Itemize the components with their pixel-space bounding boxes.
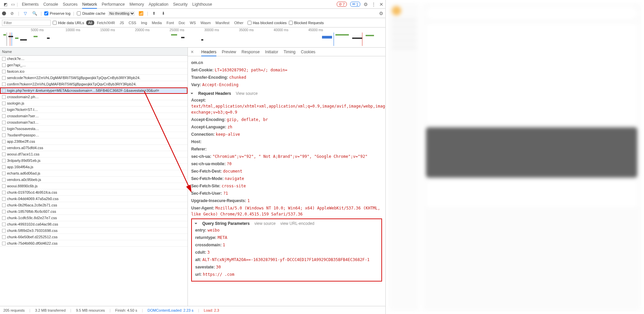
name-column-header[interactable]: Name	[0, 48, 187, 56]
close-detail-icon[interactable]: ✕	[191, 50, 194, 54]
file-icon	[2, 76, 6, 80]
request-row[interactable]: login.php?entry= &returntype=META&crossd…	[0, 87, 187, 94]
request-row[interactable]: ssologin.js	[0, 100, 187, 107]
request-row[interactable]: wooui.df7ace11.css	[0, 151, 187, 158]
record-icon[interactable]	[2, 11, 6, 15]
request-row[interactable]: chunk-5f89d2e3.79331698.css	[0, 228, 187, 234]
detail-tab-initiator[interactable]: Initiator	[265, 48, 278, 56]
request-row[interactable]: login?ssosavesta…	[0, 126, 187, 132]
header-key: Sec-Fetch-User:	[191, 191, 222, 196]
tab-performance[interactable]: Performance	[102, 0, 125, 9]
filter-pill-doc[interactable]: Doc	[176, 20, 187, 25]
tab-lighthouse[interactable]: Lighthouse	[192, 0, 212, 9]
detail-body[interactable]: om.cn Set-Cookie: LT=1630287902; path=/;…	[188, 56, 385, 306]
file-icon	[2, 89, 6, 92]
request-row[interactable]: chunk-75d4b860.df0d4622.css	[0, 240, 187, 247]
filter-input[interactable]	[2, 20, 51, 26]
request-row[interactable]: favicon.ico	[0, 68, 187, 75]
header-key: Transfer-Encoding:	[191, 75, 228, 80]
net-settings-icon[interactable]: ⚙	[379, 11, 383, 16]
request-row[interactable]: chunk-4993102d.ca64ac98.css	[0, 221, 187, 228]
request-row[interactable]: ?sudaref=passpo…	[0, 132, 187, 138]
request-row[interactable]: chunk-66e50bef.d2252512.css	[0, 234, 187, 240]
filter-pill-media[interactable]: Media	[150, 20, 164, 25]
filter-pill-ws[interactable]: WS	[188, 20, 198, 25]
download-icon[interactable]: ⬇	[160, 10, 167, 17]
request-row[interactable]: chunk-0b2f6aca.2c8e2b71.css	[0, 202, 187, 208]
settings-icon[interactable]: ⚙	[364, 2, 368, 7]
main-toolbar: ◩ ▭ | ElementsConsoleSourcesNetworkPerfo…	[0, 0, 385, 9]
tab-console[interactable]: Console	[43, 0, 58, 9]
tab-memory[interactable]: Memory	[129, 0, 144, 9]
tab-network[interactable]: Network	[82, 0, 97, 9]
filter-pill-js[interactable]: JS	[118, 20, 126, 25]
request-row[interactable]: vendors.a0c95beb.js	[0, 177, 187, 183]
preserve-log-checkbox[interactable]: Preserve log	[44, 11, 70, 15]
detail-tab-timing[interactable]: Timing	[283, 48, 296, 56]
request-row[interactable]: app.238be2ff.css	[0, 138, 187, 145]
filter-pill-wasm[interactable]: Wasm	[199, 20, 213, 25]
hide-data-urls-checkbox[interactable]: Hide data URLs	[53, 21, 84, 25]
disable-cache-checkbox[interactable]: Disable cache	[77, 11, 105, 15]
more-icon[interactable]: ⋮	[371, 2, 376, 7]
qsp-view-url-encoded[interactable]: view URL-encoded	[280, 221, 314, 226]
request-row[interactable]: crossdomain2.ph…	[0, 94, 187, 100]
filter-pill-manifest[interactable]: Manifest	[214, 20, 232, 25]
wifi-icon[interactable]: 📶	[138, 10, 144, 17]
request-row[interactable]: chunk-019705cd.4b951fca.css	[0, 189, 187, 196]
request-row[interactable]: chunk-04dd4069.47a5a2b0.css	[0, 196, 187, 202]
inspect-icon[interactable]: ◩	[2, 1, 9, 8]
filter-pill-img[interactable]: Img	[139, 20, 149, 25]
file-icon	[2, 229, 6, 233]
close-icon[interactable]: ✕	[379, 2, 383, 7]
clear-icon[interactable]: ⊘	[9, 10, 15, 17]
detail-tab-response[interactable]: Response	[241, 48, 260, 56]
blocked-requests-checkbox[interactable]: Blocked Requests	[289, 21, 324, 25]
request-row[interactable]: 3rdparty.89d5f1eb.js	[0, 158, 187, 164]
search-icon[interactable]: 🔍	[31, 10, 38, 17]
request-row[interactable]: chunk-18576fbb.f6c6c607.css	[0, 208, 187, 215]
detail-tab-cookies[interactable]: Cookies	[301, 48, 315, 56]
qsp-view-source[interactable]: view source	[254, 221, 275, 226]
filter-pill-font[interactable]: Font	[164, 20, 176, 25]
detail-tab-headers[interactable]: Headers	[201, 48, 216, 56]
request-row[interactable]: sendcode?token=2ZmVhLDgMAFBRiT5WSjjBpgwo…	[0, 75, 187, 81]
has-blocked-cookies-checkbox[interactable]: Has blocked cookies	[248, 21, 287, 25]
header-key: cdult:	[195, 250, 206, 255]
tab-application[interactable]: Application	[149, 0, 168, 9]
request-row[interactable]: wooui.88890c6b.js	[0, 183, 187, 189]
request-row[interactable]: login?ticket=ST-l…	[0, 107, 187, 113]
filter-pill-fetchxhr[interactable]: Fetch/XHR	[95, 20, 117, 25]
file-icon	[2, 178, 6, 182]
request-row[interactable]: echarts.ad6d06ad.js	[0, 170, 187, 177]
filter-pill-all[interactable]: All	[86, 20, 94, 25]
filter-pill-css[interactable]: CSS	[127, 20, 139, 25]
request-row[interactable]: confirm?token=2ZmVhLDgMAFBRiT5WSjjBpgwoj…	[0, 81, 187, 87]
status-resources: 9.5 MB resources	[76, 308, 105, 312]
filter-icon[interactable]: ▽	[22, 10, 29, 17]
tab-elements[interactable]: Elements	[22, 0, 39, 9]
request-row[interactable]: crossdomain?act…	[0, 119, 187, 126]
header-key: entry:	[195, 228, 206, 233]
svg-rect-14	[352, 38, 362, 39]
request-row[interactable]: chunk-1cdfc59c.8d2e27e7.css	[0, 215, 187, 221]
view-source-link[interactable]: View source	[236, 91, 258, 96]
tab-security[interactable]: Security	[173, 0, 187, 9]
request-row[interactable]: gen?api_…	[0, 62, 187, 68]
header-value: navigate	[225, 176, 244, 181]
upload-icon[interactable]: ⬆	[151, 10, 157, 17]
request-row[interactable]: vendors.a075dfd4.css	[0, 145, 187, 151]
timeline[interactable]: 5000 ms10000 ms15000 ms20000 ms25000 ms3…	[0, 27, 385, 48]
header-key: Upgrade-Insecure-Requests:	[191, 198, 246, 203]
throttling-select[interactable]: No throttling	[108, 11, 135, 16]
error-badge[interactable]: ⊘ 7	[337, 2, 347, 7]
detail-tab-preview[interactable]: Preview	[222, 48, 236, 56]
request-row[interactable]: crossdomain?ser…	[0, 113, 187, 119]
request-row[interactable]: app.16b4f64a.js	[0, 164, 187, 170]
tab-sources[interactable]: Sources	[63, 0, 77, 9]
filter-pill-other[interactable]: Other	[232, 20, 246, 25]
request-row[interactable]: check?e…	[0, 56, 187, 62]
device-icon[interactable]: ▭	[9, 1, 16, 8]
info-badge[interactable]: ✉ 1	[350, 2, 360, 7]
qsp-title: Query String Parameters	[202, 221, 250, 226]
